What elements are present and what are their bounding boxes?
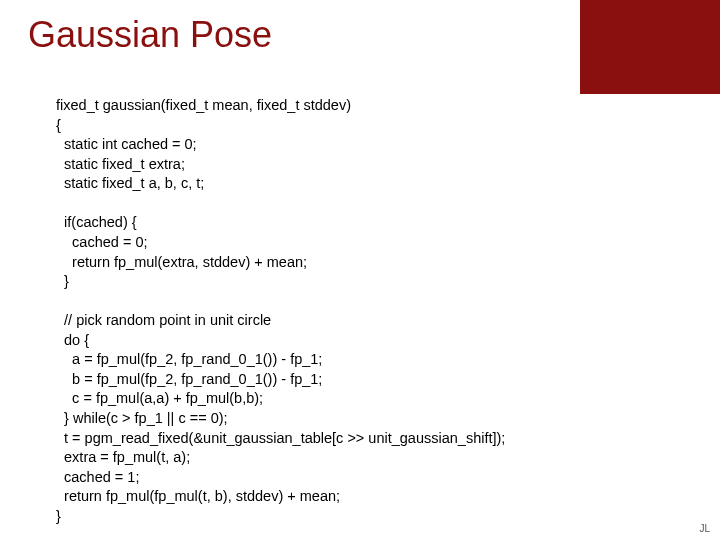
slide-title: Gaussian Pose (28, 14, 272, 56)
slide: Gaussian Pose fixed_t gaussian(fixed_t m… (0, 0, 720, 540)
corner-accent (580, 0, 720, 94)
footer-initials: JL (699, 523, 710, 534)
code-block: fixed_t gaussian(fixed_t mean, fixed_t s… (56, 96, 680, 526)
